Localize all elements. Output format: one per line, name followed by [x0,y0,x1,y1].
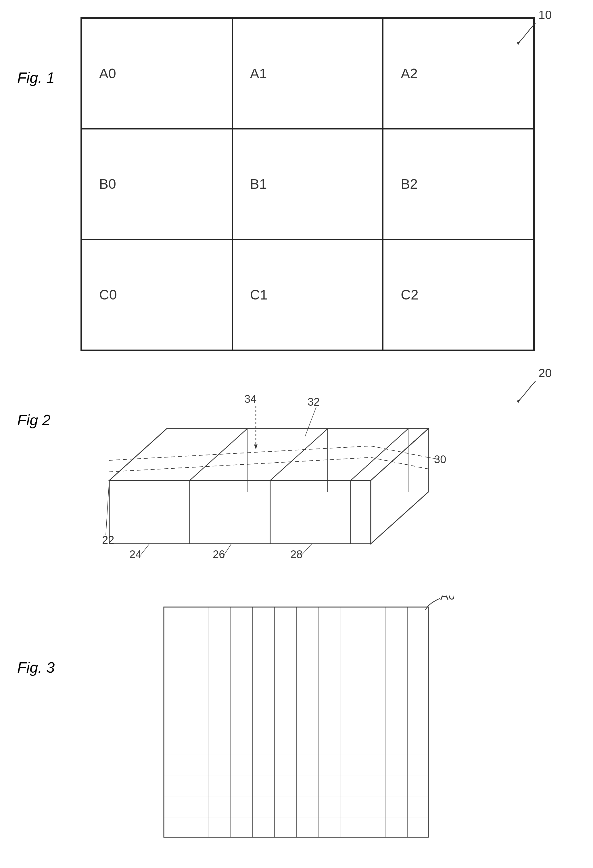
svg-text:10: 10 [539,9,552,22]
svg-text:26: 26 [213,548,225,561]
cell-a0: A0 [81,18,232,129]
cell-c0: C0 [81,239,232,350]
fig1-grid: A0 A1 A2 B0 B1 B2 C0 C1 C2 [81,18,534,350]
cell-c1: C1 [232,239,383,350]
svg-text:32: 32 [308,396,320,408]
svg-text:24: 24 [129,548,141,561]
svg-line-31 [302,544,312,555]
fig3-grid-svg [161,604,431,840]
fig1-diagram: A0 A1 A2 B0 B1 B2 C0 C1 C2 [81,17,535,351]
cell-b2: B2 [383,129,534,240]
cell-a1: A1 [232,18,383,129]
svg-text:20: 20 [539,367,552,380]
fig3-label: Fig. 3 [17,659,54,676]
svg-text:A0: A0 [440,596,454,602]
fig2-label: Fig 2 [17,412,51,429]
fig3-diagram: A0 [161,604,431,840]
fig2-svg: 22 24 26 28 30 32 34 [72,371,520,567]
svg-line-30 [224,544,231,555]
fig3-ref-a0: A0 [420,596,454,616]
svg-text:30: 30 [434,453,446,465]
cell-c2: C2 [383,239,534,350]
fig1-label: Fig. 1 [17,69,54,86]
svg-marker-4 [109,480,371,544]
ref10-arrow: 10 [501,9,564,46]
svg-text:28: 28 [290,548,302,561]
svg-text:34: 34 [244,393,256,405]
cell-b0: B0 [81,129,232,240]
svg-line-29 [141,544,150,555]
cell-b1: B1 [232,129,383,240]
svg-text:22: 22 [102,534,114,546]
svg-rect-36 [164,607,428,837]
fig3-grid-container: A0 [161,604,431,840]
svg-line-32 [106,480,109,535]
fig2-diagram: 22 24 26 28 30 32 34 [72,371,520,567]
svg-marker-1 [517,41,521,45]
